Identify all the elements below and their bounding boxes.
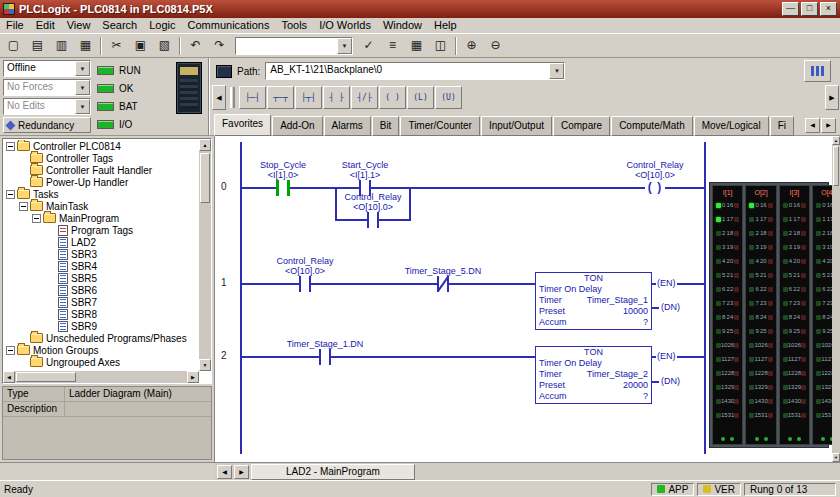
- ton-instruction-block[interactable]: TON Timer On Delay TimerTimer_Stage_2 Pr…: [535, 346, 652, 404]
- undo-button[interactable]: ↶: [184, 35, 207, 56]
- tree-vertical-scrollbar[interactable]: ▲ ▼: [199, 139, 211, 371]
- paste-button[interactable]: ▧: [153, 35, 176, 56]
- scroll-right-icon[interactable]: ▶: [187, 371, 199, 383]
- menu-view[interactable]: View: [61, 18, 97, 33]
- tab-timer-counter[interactable]: Timer/Counter: [400, 116, 480, 136]
- rung-number[interactable]: 2: [221, 350, 227, 361]
- tab-compute-math[interactable]: Compute/Math: [611, 116, 693, 136]
- scrollbar-thumb[interactable]: [200, 153, 210, 203]
- minimize-button[interactable]: —: [782, 2, 799, 16]
- ote-coil-control-relay[interactable]: ( ): [645, 181, 665, 195]
- tab-fi[interactable]: Fi: [770, 116, 794, 136]
- scroll-right-icon[interactable]: ▶: [825, 85, 839, 110]
- chevron-down-icon[interactable]: ▼: [75, 80, 90, 95]
- param-value[interactable]: Timer_Stage_1: [587, 295, 648, 306]
- tree-item-maintask[interactable]: MainTask: [4, 200, 198, 212]
- tree-expand-icon[interactable]: [6, 346, 15, 355]
- tree-item-mainprogram[interactable]: MainProgram: [4, 212, 198, 224]
- scroll-down-icon[interactable]: ▼: [199, 359, 211, 371]
- xic-contact-button[interactable]: ┤ ├: [323, 86, 350, 109]
- tree-item-power-up-handler[interactable]: Power-Up Handler: [4, 176, 198, 188]
- forces-dropdown[interactable]: No Forces ▼: [3, 79, 91, 96]
- rung-number[interactable]: 1: [221, 277, 227, 288]
- scroll-down-icon[interactable]: ▼: [832, 453, 840, 462]
- redo-button[interactable]: ↷: [208, 35, 231, 56]
- maximize-button[interactable]: □: [801, 2, 818, 16]
- tabs-scroll-left-icon[interactable]: ◀: [805, 118, 820, 133]
- xic-contact-timer-stage-1-dn[interactable]: [319, 349, 331, 365]
- path-dropdown[interactable]: AB_KT-1\21\Backplane\0 ▼: [265, 62, 565, 80]
- tag-address[interactable]: <I[1].1>: [300, 170, 430, 180]
- tree-expand-icon[interactable]: [6, 142, 15, 151]
- cut-button[interactable]: ✂: [105, 35, 128, 56]
- xio-contact-button[interactable]: ┤/├: [351, 86, 378, 109]
- branch-button[interactable]: ┬─┬: [267, 86, 294, 109]
- menu-logic[interactable]: Logic: [143, 18, 181, 33]
- tree-expand-icon[interactable]: [6, 190, 15, 199]
- redundancy-tab[interactable]: Redundancy: [3, 117, 91, 133]
- toggle-forces-button[interactable]: ≡: [381, 35, 404, 56]
- tab-alarms[interactable]: Alarms: [324, 116, 371, 136]
- tree-item-sbr6[interactable]: SBR6: [4, 284, 198, 296]
- tree-horizontal-scrollbar[interactable]: ◀ ▶: [3, 371, 199, 383]
- tree-item-sbr7[interactable]: SBR7: [4, 296, 198, 308]
- tab-compare[interactable]: Compare: [553, 116, 610, 136]
- ote-coil-button[interactable]: ( ): [379, 86, 406, 109]
- tag-name[interactable]: Control_Relay: [240, 256, 370, 266]
- scrollbar-thumb[interactable]: [833, 146, 839, 186]
- param-value[interactable]: ?: [643, 317, 648, 328]
- copy-button[interactable]: ▣: [129, 35, 152, 56]
- toolbar-grip[interactable]: [230, 87, 235, 108]
- zoom-out-button[interactable]: ⊖: [484, 35, 507, 56]
- tree-item-sbr5[interactable]: SBR5: [4, 272, 198, 284]
- tree-item-lad2[interactable]: LAD2: [4, 236, 198, 248]
- ladder-canvas[interactable]: 0 Stop_Cycle <I[1].0> Start_Cycle <I[1].…: [215, 136, 832, 462]
- xic-contact-stop-cycle[interactable]: [276, 180, 290, 196]
- save-file-button[interactable]: ▥: [50, 35, 73, 56]
- menu-communications[interactable]: Communications: [182, 18, 276, 33]
- tree-item-ungrouped-axes[interactable]: Ungrouped Axes: [4, 356, 198, 368]
- xic-contact-control-relay[interactable]: [299, 276, 311, 292]
- who-active-button[interactable]: [804, 60, 831, 82]
- close-button[interactable]: ×: [820, 2, 837, 16]
- chevron-down-icon[interactable]: ▼: [75, 61, 90, 76]
- open-file-button[interactable]: ▤: [26, 35, 49, 56]
- zoom-in-button[interactable]: ⊕: [460, 35, 483, 56]
- chevron-down-icon[interactable]: ▼: [337, 38, 352, 54]
- browse-logic-button[interactable]: ▦: [405, 35, 428, 56]
- tab-add-on[interactable]: Add-On: [272, 116, 322, 136]
- tab-input-output[interactable]: Input/Output: [481, 116, 552, 136]
- tag-name[interactable]: Control_Relay: [308, 192, 438, 202]
- tabs-scroll-right-icon[interactable]: ▶: [821, 118, 836, 133]
- chevron-down-icon[interactable]: ▼: [75, 99, 90, 114]
- tag-address[interactable]: <O[10].0>: [308, 202, 438, 212]
- print-button[interactable]: ▦: [74, 35, 97, 56]
- element-combo[interactable]: ▼: [235, 37, 353, 55]
- otl-coil-button[interactable]: (L): [407, 86, 434, 109]
- menu-i-o-worlds[interactable]: I/O Worlds: [313, 18, 377, 33]
- tab-scroll-right-icon[interactable]: ▶: [234, 465, 249, 479]
- tab-favorites[interactable]: Favorites: [214, 114, 271, 136]
- scrollbar-thumb[interactable]: [16, 372, 76, 382]
- routine-tab-lad2[interactable]: LAD2 - MainProgram: [251, 464, 415, 480]
- tag-address[interactable]: <O[10].0>: [590, 170, 720, 180]
- menu-search[interactable]: Search: [96, 18, 143, 33]
- tree-item-unscheduled-programs-phases[interactable]: Unscheduled Programs/Phases: [4, 332, 198, 344]
- edits-dropdown[interactable]: No Edits ▼: [3, 98, 91, 115]
- tree-expand-icon[interactable]: [19, 202, 28, 211]
- tag-name[interactable]: Control_Relay: [590, 160, 720, 170]
- branch-level-button[interactable]: ├┬┤: [295, 86, 322, 109]
- tag-name[interactable]: Timer_Stage_5.DN: [378, 266, 508, 276]
- param-value[interactable]: ?: [643, 391, 648, 402]
- ton-instruction-block[interactable]: TON Timer On Delay TimerTimer_Stage_1 Pr…: [535, 272, 652, 330]
- otu-coil-button[interactable]: (U): [435, 86, 462, 109]
- scroll-up-icon[interactable]: ▲: [832, 136, 840, 145]
- verify-button[interactable]: ✓: [357, 35, 380, 56]
- param-value[interactable]: Timer_Stage_2: [587, 369, 648, 380]
- tree-expand-icon[interactable]: [32, 214, 41, 223]
- scroll-up-icon[interactable]: ▲: [199, 139, 211, 151]
- menu-tools[interactable]: Tools: [275, 18, 313, 33]
- tree-item-program-tags[interactable]: Program Tags: [4, 224, 198, 236]
- tab-move-logical[interactable]: Move/Logical: [694, 116, 769, 136]
- rung-number[interactable]: 0: [221, 181, 227, 192]
